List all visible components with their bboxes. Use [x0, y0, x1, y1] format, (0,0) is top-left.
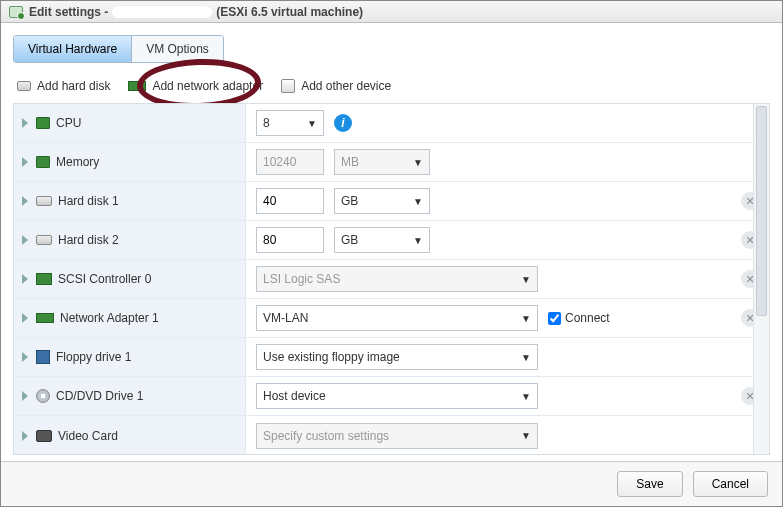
expander-icon[interactable] [22, 391, 28, 401]
row-floppy-drive-1: Floppy drive 1 Use existing floppy image… [14, 338, 769, 377]
chevron-down-icon: ▼ [413, 157, 423, 168]
tab-virtual-hardware[interactable]: Virtual Hardware [14, 36, 132, 62]
expander-icon[interactable] [22, 235, 28, 245]
row-hard-disk-2: Hard disk 2 GB ▼ × [14, 221, 769, 260]
title-masked-name [112, 6, 212, 18]
row-label: Floppy drive 1 [56, 350, 131, 364]
row-memory: Memory MB ▼ [14, 143, 769, 182]
hard-disk-icon [36, 235, 52, 245]
expander-icon[interactable] [22, 157, 28, 167]
nic-connect-checkbox[interactable]: Connect [548, 311, 610, 325]
toolbar-label: Add other device [301, 79, 391, 93]
cpu-count-select[interactable]: 8 ▼ [256, 110, 324, 136]
video-settings-select: Specify custom settings ▼ [256, 423, 538, 449]
cpu-icon [36, 117, 50, 129]
checkbox-label: Connect [565, 311, 610, 325]
video-card-icon [36, 430, 52, 442]
expander-icon[interactable] [22, 118, 28, 128]
expander-icon[interactable] [22, 313, 28, 323]
floppy-mode-select[interactable]: Use existing floppy image ▼ [256, 344, 538, 370]
select-value: Use existing floppy image [263, 350, 400, 364]
scsi-icon [36, 273, 52, 285]
toolbar-label: Add network adapter [152, 79, 263, 93]
add-hard-disk-button[interactable]: Add hard disk [17, 79, 110, 93]
expander-icon[interactable] [22, 431, 28, 441]
network-adapter-icon [128, 81, 146, 91]
select-value: GB [341, 233, 358, 247]
select-value: GB [341, 194, 358, 208]
chevron-down-icon: ▼ [521, 430, 531, 441]
network-adapter-icon [36, 313, 54, 323]
add-network-adapter-button[interactable]: Add network adapter [128, 79, 263, 93]
scsi-type-select: LSI Logic SAS ▼ [256, 266, 538, 292]
row-label: Memory [56, 155, 99, 169]
hardware-toolbar: Add hard disk Add network adapter Add ot… [13, 73, 770, 103]
checkbox-input[interactable] [548, 312, 561, 325]
cd-icon [36, 389, 50, 403]
expander-icon[interactable] [22, 352, 28, 362]
row-video-card: Video Card Specify custom settings ▼ [14, 416, 769, 454]
info-icon[interactable]: i [334, 114, 352, 132]
vertical-scrollbar[interactable] [753, 104, 769, 454]
cddvd-mode-select[interactable]: Host device ▼ [256, 383, 538, 409]
hard-disk-icon [17, 81, 31, 91]
tab-bar: Virtual Hardware VM Options [13, 35, 224, 63]
row-label: Hard disk 1 [58, 194, 119, 208]
memory-unit-select: MB ▼ [334, 149, 430, 175]
row-label: Network Adapter 1 [60, 311, 159, 325]
add-other-device-button[interactable]: Add other device [281, 79, 391, 93]
tab-vm-options[interactable]: VM Options [132, 36, 223, 62]
tab-label: VM Options [146, 42, 209, 56]
title-prefix: Edit settings - [29, 5, 108, 19]
chevron-down-icon: ▼ [521, 274, 531, 285]
select-value: LSI Logic SAS [263, 272, 340, 286]
hdd2-size-input[interactable] [256, 227, 324, 253]
window-titlebar: Edit settings - (ESXi 6.5 virtual machin… [1, 1, 782, 23]
chevron-down-icon: ▼ [521, 391, 531, 402]
select-value: VM-LAN [263, 311, 308, 325]
memory-icon [36, 156, 50, 168]
expander-icon[interactable] [22, 196, 28, 206]
select-value: Host device [263, 389, 326, 403]
tab-label: Virtual Hardware [28, 42, 117, 56]
row-cpu: CPU 8 ▼ i [14, 104, 769, 143]
dialog-footer: Save Cancel [1, 461, 782, 505]
title-suffix: (ESXi 6.5 virtual machine) [216, 5, 363, 19]
row-label: Video Card [58, 429, 118, 443]
row-label: Hard disk 2 [58, 233, 119, 247]
select-value: 8 [263, 116, 270, 130]
chevron-down-icon: ▼ [307, 118, 317, 129]
save-button[interactable]: Save [617, 471, 682, 497]
row-cd-dvd-drive-1: CD/DVD Drive 1 Host device ▼ × [14, 377, 769, 416]
cancel-button[interactable]: Cancel [693, 471, 768, 497]
hdd1-unit-select[interactable]: GB ▼ [334, 188, 430, 214]
row-label: SCSI Controller 0 [58, 272, 151, 286]
row-scsi-controller: SCSI Controller 0 LSI Logic SAS ▼ × [14, 260, 769, 299]
vm-icon [9, 6, 23, 18]
chevron-down-icon: ▼ [413, 196, 423, 207]
expander-icon[interactable] [22, 274, 28, 284]
row-label: CD/DVD Drive 1 [56, 389, 143, 403]
toolbar-label: Add hard disk [37, 79, 110, 93]
chevron-down-icon: ▼ [521, 352, 531, 363]
hard-disk-icon [36, 196, 52, 206]
chevron-down-icon: ▼ [413, 235, 423, 246]
chevron-down-icon: ▼ [521, 313, 531, 324]
floppy-icon [36, 350, 50, 364]
device-icon [281, 79, 295, 93]
select-value: Specify custom settings [263, 429, 389, 443]
hardware-grid: CPU 8 ▼ i Memory [13, 103, 770, 455]
row-network-adapter-1: Network Adapter 1 VM-LAN ▼ Connect × [14, 299, 769, 338]
button-label: Cancel [712, 477, 749, 491]
select-value: MB [341, 155, 359, 169]
hdd1-size-input[interactable] [256, 188, 324, 214]
row-hard-disk-1: Hard disk 1 GB ▼ × [14, 182, 769, 221]
row-label: CPU [56, 116, 81, 130]
hdd2-unit-select[interactable]: GB ▼ [334, 227, 430, 253]
button-label: Save [636, 477, 663, 491]
scrollbar-thumb[interactable] [756, 106, 767, 316]
nic-network-select[interactable]: VM-LAN ▼ [256, 305, 538, 331]
memory-input [256, 149, 324, 175]
